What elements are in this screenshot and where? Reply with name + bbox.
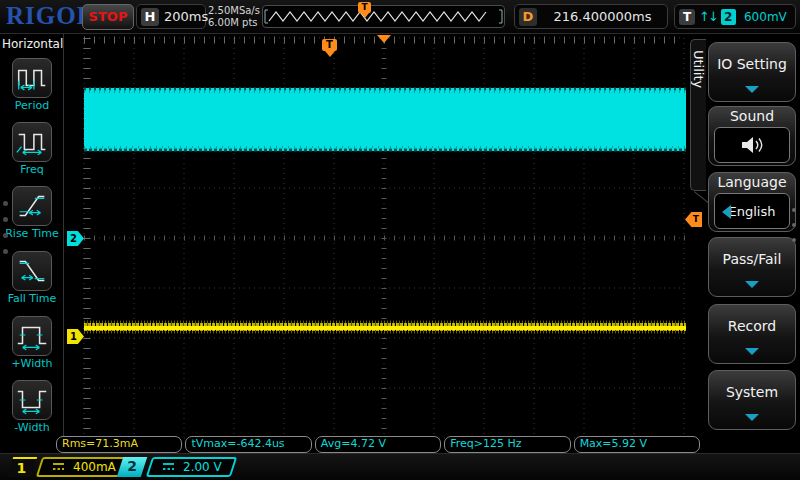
- dc-coupling-icon: [161, 462, 176, 471]
- delay-value: 216.400000ms: [553, 9, 651, 24]
- trigger-slope-icon: ↑↓: [699, 9, 717, 24]
- trigger-source-badge: 2: [721, 9, 736, 25]
- channel-status-bar: 1 400mA 2 2.00 V: [0, 453, 800, 480]
- run-stop-indicator[interactable]: STOP: [82, 4, 134, 30]
- horizontal-icon: H: [141, 8, 159, 26]
- timebase-box[interactable]: H 200ms: [136, 4, 206, 29]
- trigger-position-marker-top[interactable]: T: [358, 2, 371, 13]
- trigger-icon: T: [679, 9, 695, 25]
- measurement-avg: Avg=4.72 V: [315, 436, 441, 453]
- menu-item-plus-width[interactable]: +Width: [0, 316, 64, 370]
- chevron-down-icon: [745, 348, 759, 355]
- menu-item-label: Fall Time: [0, 292, 64, 305]
- measurement-rms: Rms=71.3mA: [56, 436, 182, 453]
- sound-label: Sound: [709, 108, 795, 124]
- system-label: System: [709, 384, 795, 400]
- measurement-max: Max=5.92 V: [574, 436, 700, 453]
- measurement-freq: Freq>125 Hz: [444, 436, 570, 453]
- left-menu-title: Horizontal: [2, 37, 63, 51]
- menu-item-minus-width[interactable]: -Width: [0, 380, 64, 434]
- rise-time-icon: [13, 187, 51, 225]
- menu-page-dots: [792, 197, 796, 253]
- acquisition-info: 2.50MSa/s 6.00M pts: [208, 5, 260, 28]
- trigger-level-value: 600mV: [744, 10, 787, 24]
- chevron-down-icon: [745, 281, 759, 288]
- speaker-icon: [739, 135, 765, 155]
- horizontal-measure-menu: Horizontal Period Freq Rise Time Fa: [0, 33, 64, 437]
- menu-item-period[interactable]: Period: [0, 58, 64, 112]
- language-button[interactable]: Language English: [708, 172, 796, 232]
- language-label: Language: [709, 174, 795, 190]
- delay-icon: D: [519, 8, 537, 26]
- ch1-number: 1: [17, 459, 27, 478]
- arrow-left-icon: [722, 205, 731, 219]
- ch1-scale: 400mA: [73, 460, 116, 474]
- dc-coupling-icon: [51, 462, 66, 471]
- top-status-bar: RIGOL STOP H 200ms 2.50MSa/s 6.00M pts T…: [0, 0, 800, 34]
- ch2-scale: 2.00 V: [183, 460, 222, 474]
- chevron-down-icon: [745, 86, 759, 93]
- preview-waveform: [263, 6, 504, 27]
- record-button[interactable]: Record: [708, 304, 796, 364]
- ch2-badge[interactable]: 2 2.00 V: [117, 457, 237, 477]
- pass-fail-button[interactable]: Pass/Fail: [708, 237, 796, 297]
- waveform-display: [65, 33, 690, 439]
- trigger-time-flag[interactable]: T: [322, 39, 337, 51]
- menu-item-label: +Width: [0, 357, 64, 370]
- pass-fail-label: Pass/Fail: [709, 251, 795, 267]
- freq-icon: [13, 123, 51, 161]
- record-label: Record: [709, 318, 795, 334]
- delay-center-marker: [377, 35, 391, 43]
- menu-item-rise-time[interactable]: Rise Time: [0, 186, 64, 240]
- graticule: [65, 33, 690, 439]
- waveform-preview-bar: [262, 5, 505, 28]
- memory-depth: 6.00M pts: [208, 17, 260, 29]
- menu-item-label: Freq: [0, 163, 64, 176]
- language-select[interactable]: English: [714, 193, 790, 229]
- fall-time-icon: [13, 252, 51, 290]
- timebase-value: 200ms: [164, 9, 208, 24]
- period-icon: [13, 59, 51, 97]
- menu-item-freq[interactable]: Freq: [0, 122, 64, 176]
- language-value: English: [729, 204, 776, 219]
- io-setting-label: IO Setting: [709, 56, 795, 72]
- sound-button[interactable]: Sound: [708, 106, 796, 166]
- ch1-trace: [84, 327, 686, 328]
- utility-menu: Utility IO Setting Sound Language Englis…: [690, 33, 800, 437]
- plus-width-icon: [13, 317, 51, 355]
- sample-rate: 2.50MSa/s: [208, 5, 260, 17]
- system-button[interactable]: System: [708, 370, 796, 430]
- delay-box: D 216.400000ms: [514, 4, 668, 29]
- utility-tab: Utility: [690, 39, 706, 191]
- menu-item-label: -Width: [0, 421, 64, 434]
- ch1-badge[interactable]: 1 400mA: [7, 457, 131, 477]
- io-setting-button[interactable]: IO Setting: [708, 42, 796, 102]
- measurement-tvmax: tVmax=-642.4us: [185, 436, 311, 453]
- menu-item-fall-time[interactable]: Fall Time: [0, 251, 64, 305]
- menu-item-label: Period: [0, 99, 64, 112]
- trigger-settings-box[interactable]: T ↑↓ 2 600mV: [674, 4, 796, 29]
- chevron-down-icon: [745, 414, 759, 421]
- menu-item-label: Rise Time: [0, 227, 64, 240]
- measurement-bar: Rms=71.3mA tVmax=-642.4us Avg=4.72 V Fre…: [56, 436, 700, 453]
- menu-scroll-dots: [3, 190, 8, 265]
- utility-tab-label: Utility: [691, 50, 706, 88]
- ch2-number: 2: [127, 457, 137, 476]
- minus-width-icon: [13, 381, 51, 419]
- ch2-trace: [84, 88, 686, 151]
